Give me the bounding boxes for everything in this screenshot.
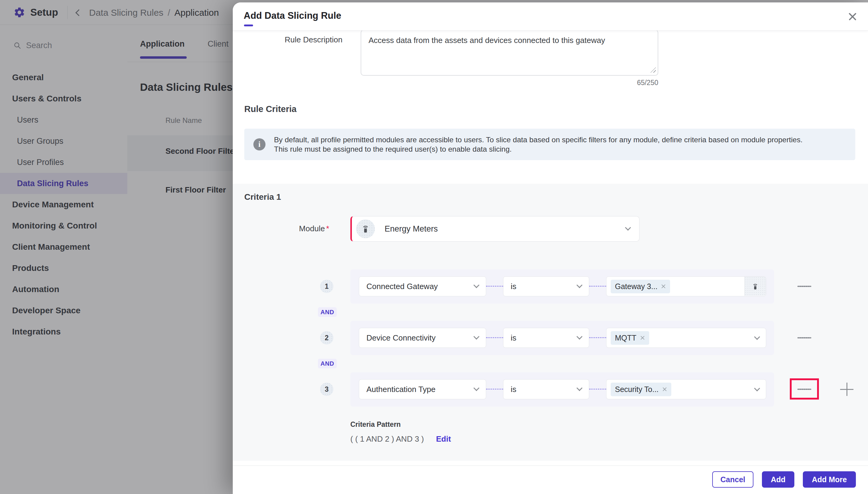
condition-2-field-select[interactable]: Device Connectivity — [359, 328, 486, 348]
chevron-down-icon — [754, 385, 760, 392]
chevron-down-icon — [576, 282, 582, 288]
condition-1-field-select[interactable]: Connected Gateway — [359, 277, 486, 296]
info-banner-line1: By default, all profile permitted module… — [274, 135, 802, 145]
value-chip-label: Gateway 3... — [615, 282, 657, 291]
chevron-down-icon — [473, 385, 480, 391]
condition-number-badge: 3 — [320, 383, 333, 396]
add-data-slicing-rule-modal: Add Data Slicing Rule Rule Description A… — [233, 2, 868, 494]
info-icon: i — [253, 138, 266, 150]
modal-title: Add Data Slicing Rule — [244, 10, 341, 21]
rule-criteria-heading: Rule Criteria — [244, 104, 296, 114]
condition-3-value-select[interactable]: Security To... — [606, 379, 766, 399]
chevron-down-icon — [754, 334, 760, 340]
module-select[interactable]: Energy Meters — [350, 216, 639, 242]
add-condition-button[interactable] — [840, 383, 853, 396]
connector-line — [589, 286, 606, 287]
and-operator-pill: AND — [318, 359, 337, 368]
condition-1-value-select[interactable]: Gateway 3... — [606, 277, 766, 296]
connector-line — [589, 337, 606, 338]
condition-2-field-value: Device Connectivity — [366, 333, 435, 343]
criteria-heading: Criteria 1 — [244, 192, 281, 202]
remove-condition-1-button[interactable] — [797, 280, 812, 293]
criteria-section: Criteria 1 Module* Energy Meters Connect… — [233, 184, 868, 461]
condition-2-operator-select[interactable]: is — [503, 328, 589, 348]
condition-1-operator-select[interactable]: is — [503, 277, 589, 296]
minus-icon — [797, 286, 811, 287]
module-value: Energy Meters — [385, 224, 626, 234]
module-avatar — [356, 220, 375, 238]
rule-description-label: Rule Description — [245, 35, 342, 44]
condition-row-3: Authentication Type is Security To... — [350, 372, 774, 406]
condition-1-field-value: Connected Gateway — [366, 282, 438, 291]
condition-row-2: Device Connectivity is MQTT — [350, 321, 774, 355]
chevron-down-icon — [576, 385, 582, 391]
module-label: Module* — [233, 224, 329, 233]
condition-3-operator-select[interactable]: is — [503, 379, 589, 399]
condition-2-value-select[interactable]: MQTT — [606, 328, 766, 348]
value-chip: MQTT — [611, 331, 649, 345]
info-banner: i By default, all profile permitted modu… — [244, 129, 855, 160]
modal-footer: Cancel Add Add More — [233, 471, 868, 488]
device-picker-button[interactable] — [744, 277, 766, 296]
minus-icon — [797, 337, 811, 338]
value-chip-label: MQTT — [615, 334, 636, 342]
highlight-annotation-rect — [790, 378, 819, 400]
criteria-pattern-row: ( ( 1 AND 2 ) AND 3 ) Edit — [350, 434, 451, 444]
device-icon — [751, 282, 759, 290]
condition-3-operator-value: is — [511, 385, 517, 394]
condition-row-1: Connected Gateway is Gateway 3... — [350, 269, 774, 304]
chevron-down-icon — [473, 282, 480, 288]
screen: Setup Data Slicing Rules / Application G… — [0, 0, 868, 494]
chevron-down-icon — [625, 225, 631, 231]
required-marker: * — [326, 224, 329, 233]
info-banner-line2: This rule must be assigned to the requir… — [274, 145, 802, 154]
value-chip-label: Security To... — [615, 385, 658, 394]
value-chip: Security To... — [611, 383, 671, 396]
remove-condition-2-button[interactable] — [797, 331, 812, 344]
remove-chip-icon[interactable] — [662, 387, 667, 392]
module-label-text: Module — [299, 224, 325, 233]
condition-1-operator-value: is — [511, 282, 517, 291]
condition-3-field-value: Authentication Type — [366, 385, 435, 394]
value-chip: Gateway 3... — [611, 280, 670, 293]
edit-pattern-link[interactable]: Edit — [436, 434, 451, 444]
add-button[interactable]: Add — [762, 471, 794, 488]
condition-number-badge: 2 — [320, 331, 333, 344]
criteria-pattern-label: Criteria Pattern — [350, 420, 401, 429]
chevron-down-icon — [576, 334, 582, 340]
condition-number-badge: 1 — [320, 280, 333, 293]
criteria-pattern-value: ( ( 1 AND 2 ) AND 3 ) — [350, 434, 424, 444]
chevron-down-icon — [473, 334, 480, 340]
footer-divider — [233, 466, 868, 466]
add-more-button[interactable]: Add More — [803, 471, 856, 488]
remove-chip-icon[interactable] — [640, 336, 645, 340]
modal-title-underline — [244, 24, 253, 26]
character-counter: 65/250 — [361, 79, 658, 87]
connector-line — [486, 286, 503, 287]
remove-chip-icon[interactable] — [661, 284, 666, 289]
connector-line — [486, 389, 503, 390]
modal-header: Add Data Slicing Rule — [233, 2, 868, 31]
rule-description-textarea[interactable]: Access data from the assets and devices … — [361, 30, 658, 76]
and-operator-pill: AND — [318, 307, 337, 317]
device-icon — [360, 224, 370, 234]
info-banner-text: By default, all profile permitted module… — [274, 135, 802, 154]
condition-3-field-select[interactable]: Authentication Type — [359, 379, 486, 399]
condition-2-operator-value: is — [511, 333, 517, 343]
connector-line — [589, 389, 606, 390]
connector-line — [486, 337, 503, 338]
cancel-button[interactable]: Cancel — [712, 471, 754, 488]
close-icon[interactable] — [847, 12, 858, 22]
